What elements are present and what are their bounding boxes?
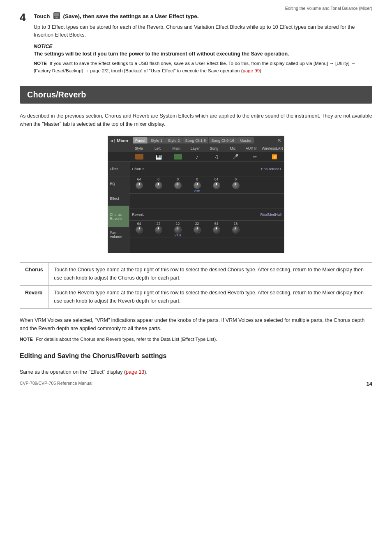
val-main-reverb: 12 <box>176 222 180 226</box>
col-header-empty <box>108 146 129 151</box>
same-as-link[interactable]: page 13 <box>126 369 144 375</box>
table-cell-chorus-text: Touch the Chorus type name at the top ri… <box>49 263 372 286</box>
vrm-label-chorus: VRM <box>194 190 201 192</box>
svg-rect-3 <box>56 17 58 18</box>
knob-main-reverb-knob[interactable] <box>174 226 182 234</box>
aux-icon: ✏ <box>253 154 257 160</box>
tab-master[interactable]: Master <box>237 137 254 143</box>
knob-main-chorus[interactable]: 0 <box>168 177 187 192</box>
sidebar-filter: Filter <box>108 162 129 176</box>
chorus-values-row: 64 0 0 0 <box>129 176 284 194</box>
icon-aux: ✏ <box>245 154 265 160</box>
val-main-chorus: 0 <box>177 177 179 181</box>
step-4-section: 4 Touch (Save), then save the settings a… <box>20 12 372 74</box>
knob-layer-reverb-knob[interactable] <box>194 226 201 234</box>
knob-style-chorus-knob[interactable] <box>136 182 143 189</box>
chorus-reverb-header: Chorus/Reverb <box>20 86 372 104</box>
song-icon: ♫ <box>214 153 219 160</box>
mic-icon: 🎤 <box>233 154 239 160</box>
step-title: Touch (Save), then save the settings as … <box>34 12 372 21</box>
table-row-reverb: Reverb Touch the Reverb type name at the… <box>20 286 372 309</box>
tab-style2[interactable]: Style 2 <box>165 137 182 143</box>
filter-label-chorus: Chorus <box>132 166 145 171</box>
knob-mic-chorus[interactable]: 0 <box>226 177 245 192</box>
vrm-body-text: When VRM Voices are selected, "VRM" indi… <box>20 316 372 333</box>
icon-style <box>129 154 149 160</box>
col-header-main: Main <box>167 146 186 151</box>
val-mic-reverb: 18 <box>234 222 238 226</box>
detail-note: NOTE For details about the Chorus and Re… <box>20 336 372 343</box>
step-number: 4 <box>20 12 29 74</box>
tab-song-ch9-16[interactable]: Song Ch9-16 <box>209 137 237 143</box>
knob-layer-chorus[interactable]: 0 VRM <box>187 177 207 192</box>
knob-style-reverb[interactable]: 64 <box>129 222 149 237</box>
knob-song-reverb[interactable]: 64 <box>207 222 226 237</box>
knob-left-reverb-knob[interactable] <box>155 226 162 234</box>
save-icon <box>53 12 61 21</box>
mixer-body: Filter EQ Effect ChorusReverb PanVolume … <box>108 162 284 253</box>
knob-wireless-reverb <box>265 222 284 237</box>
val-mic-chorus: 0 <box>235 177 237 181</box>
step-content: Touch (Save), then save the settings as … <box>34 12 372 74</box>
knob-layer-chorus-knob[interactable] <box>194 182 201 189</box>
sidebar-effect: Effect <box>108 191 129 206</box>
knob-left-reverb[interactable]: 22 <box>149 222 168 237</box>
mixer-close-icon[interactable]: ✕ <box>277 137 281 143</box>
val-style-chorus: 64 <box>137 177 141 181</box>
note-link[interactable]: page 99 <box>242 68 260 73</box>
knob-left-chorus-knob[interactable] <box>155 182 162 189</box>
knob-song-chorus[interactable]: 64 <box>207 177 226 192</box>
mixer-header: ıı† Mixer Panel Style 1 Style 2 Song Ch1… <box>108 136 284 145</box>
knob-wireless-chorus <box>265 177 284 192</box>
val-layer-chorus: 0 <box>196 177 198 181</box>
val-style-reverb: 64 <box>137 222 141 226</box>
tab-style1[interactable]: Style 1 <box>148 137 165 143</box>
wireless-icon: 📶 <box>272 154 277 160</box>
tab-song-ch1-8[interactable]: Song Ch1-8 <box>182 137 208 143</box>
col-header-mic: Mic <box>224 146 242 151</box>
same-as-end: ). <box>144 369 148 375</box>
knob-mic-chorus-knob[interactable] <box>232 182 240 189</box>
mixer-col-headers: Style Left Main Layer Song Mic AUX In Wi… <box>108 145 284 152</box>
knob-song-chorus-knob[interactable] <box>213 182 220 189</box>
page-number: 14 <box>367 381 372 387</box>
mixer-container: ıı† Mixer Panel Style 1 Style 2 Song Ch1… <box>20 136 372 253</box>
col-header-wireless: WirelessLAN <box>261 146 284 151</box>
val-left-chorus: 0 <box>157 177 159 181</box>
chorus-reverb-intro: As described in the previous section, Ch… <box>20 112 372 128</box>
knob-song-reverb-knob[interactable] <box>213 226 220 234</box>
knob-style-reverb-knob[interactable] <box>136 226 143 234</box>
note-label: NOTE <box>34 61 47 66</box>
mixer-logo: ıı† Mixer <box>111 138 129 143</box>
knob-style-chorus[interactable]: 64 <box>129 177 149 192</box>
knob-mic-reverb-knob[interactable] <box>232 226 240 234</box>
note-text-end: ). <box>260 68 263 73</box>
eq-row <box>129 194 284 208</box>
knob-main-reverb[interactable]: 12 VRM <box>168 222 187 237</box>
tab-panel[interactable]: Panel <box>133 137 148 143</box>
knob-mic-reverb[interactable]: 18 <box>226 222 245 237</box>
icon-song: ♫ <box>207 153 226 160</box>
step-body-text: Up to 3 Effect types can be stored for e… <box>34 23 372 39</box>
knob-layer-reverb[interactable]: 22 <box>187 222 207 237</box>
sidebar-pan-volume: PanVolume <box>108 227 129 242</box>
knob-left-chorus[interactable]: 0 <box>149 177 168 192</box>
svg-rect-1 <box>54 13 59 16</box>
knob-main-chorus-knob[interactable] <box>174 182 182 189</box>
val-song-chorus: 64 <box>214 177 218 181</box>
same-as-prefix: Same as the operation on the "Effect" di… <box>20 369 126 375</box>
icon-left: 🎹 <box>149 154 168 160</box>
vrm-label-reverb: VRM <box>175 234 181 237</box>
sidebar-eq: EQ <box>108 176 129 191</box>
touch-label: Touch <box>34 13 50 19</box>
subsection-title: Editing and Saving the Chorus/Reverb set… <box>20 352 372 362</box>
val-song-reverb: 64 <box>214 222 218 226</box>
mixer-icons-row: 🎹 ♪ ♫ 🎤 ✏ 📶 <box>108 152 284 162</box>
icon-mic: 🎤 <box>226 154 245 160</box>
mixer-sidebar: Filter EQ Effect ChorusReverb PanVolume <box>108 162 129 253</box>
pan-volume-row <box>129 238 284 253</box>
table-row-chorus: Chorus Touch the Chorus type name at the… <box>20 263 372 286</box>
col-header-song: Song <box>205 146 224 151</box>
col-header-style: Style <box>129 146 148 151</box>
page-container: Editing the Volume and Tonal Balance (Mi… <box>0 0 392 396</box>
